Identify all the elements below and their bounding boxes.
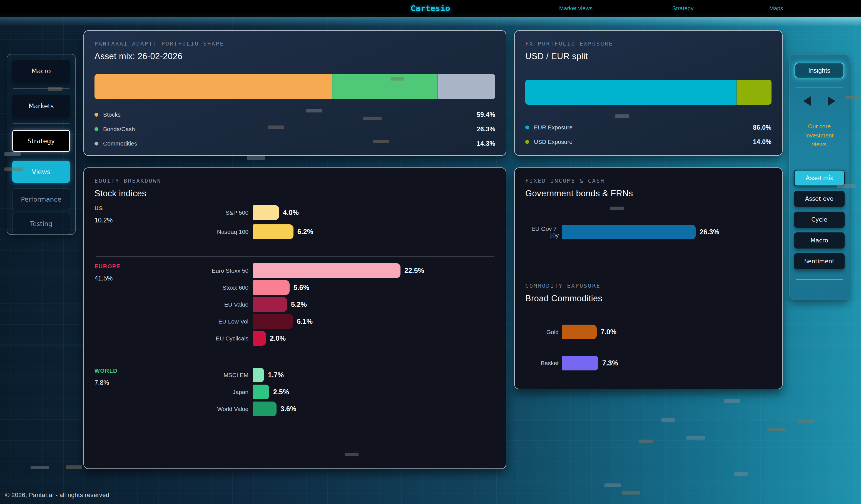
left-sidebar: MacroMarketsStrategyViewsPerformanceTest… <box>7 54 76 235</box>
insights-button[interactable]: Insights <box>795 63 844 78</box>
app-logo[interactable]: Cartesio <box>411 4 451 13</box>
equity-row-world-value: World Value3.6% <box>178 402 495 416</box>
view-button-macro[interactable]: Macro <box>794 233 845 249</box>
bar-value: 5.2% <box>291 300 307 308</box>
panel-title: Stock indices <box>95 188 495 198</box>
panel-header: PANTARAI ADAPT: PORTFOLIO SHAPE <box>95 40 495 47</box>
section-label: US <box>95 205 178 212</box>
legend-row: USD Exposure14.0% <box>525 135 771 149</box>
view-buttons: Asset mixAsset evoCycleMacroSentiment <box>794 170 845 269</box>
section-summary: WORLD7.8% <box>95 368 178 419</box>
bar-value: 3.6% <box>281 405 296 413</box>
core-views-caption: Our core investment views <box>798 122 840 149</box>
legend-label: USD Exposure <box>534 139 573 145</box>
panel-header: FX PORTFOLIO EXPOSURE <box>525 40 771 47</box>
equity-row-eu-low-vol: EU Low Vol6.1% <box>178 314 495 329</box>
legend-label: Commodities <box>103 140 137 147</box>
bar-value: 2.5% <box>273 388 289 396</box>
bar-label: MSCI EM <box>178 372 253 378</box>
sidebar-item-views[interactable]: Views <box>12 161 70 183</box>
view-button-asset-mix[interactable]: Asset mix <box>794 170 845 186</box>
bar-label: Gold <box>525 329 562 335</box>
bar-japan <box>253 384 269 399</box>
next-arrow-button[interactable] <box>828 96 835 106</box>
equity-row-eu-value: EU Value5.2% <box>178 297 495 312</box>
bar-value: 1.7% <box>268 371 284 379</box>
legend-row: Commodities14.3% <box>95 136 495 151</box>
legend-value: 14.0% <box>753 138 771 146</box>
fx-split-stacked-bar <box>525 80 771 105</box>
section-divider <box>96 361 494 361</box>
section-rows: MSCI EM1.7%Japan2.5%World Value3.6% <box>178 368 495 419</box>
bar-stoxx-600 <box>253 280 290 295</box>
carousel-arrows <box>794 96 845 106</box>
section-rows: Euro Stoxx 5022.5%Stoxx 6005.6%EU Value5… <box>178 263 495 348</box>
bar-value: 6.2% <box>297 228 313 236</box>
bar-label: EU Gov 7-10y <box>525 225 562 239</box>
legend-row: EUR Exposure86.0% <box>525 120 771 135</box>
legend-dot-commodities <box>95 142 98 145</box>
view-button-asset-evo[interactable]: Asset evo <box>794 191 845 207</box>
bar-label: EU Cyclicals <box>178 335 253 342</box>
panel-title: USD / EUR split <box>525 51 771 61</box>
nav-link-strategy[interactable]: Strategy <box>672 5 694 12</box>
asset-mix-legend: Stocks59.4%Bonds/Cash26.3%Commodities14.… <box>95 108 495 151</box>
bar-value: 26.3% <box>699 228 719 236</box>
sidebar-item-performance[interactable]: Performance <box>12 188 70 210</box>
fx-legend: EUR Exposure86.0%USD Exposure14.0% <box>525 120 771 149</box>
divider <box>796 161 843 161</box>
panel-header: FIXED INCOME & CASH <box>525 178 771 184</box>
panel-equity-breakdown: EQUITY BREAKDOWN Stock indices US10.2%S&… <box>83 167 506 469</box>
equity-row-msci-em: MSCI EM1.7% <box>178 368 495 382</box>
segment-commodities <box>437 74 495 99</box>
bar-label: Stoxx 600 <box>178 284 253 291</box>
panel-header: COMMODITY EXPOSURE <box>525 282 771 289</box>
equity-row-s-p-500: S&P 5004.0% <box>178 205 495 220</box>
nav-link-market-views[interactable]: Market views <box>559 5 592 12</box>
legend-label: EUR Exposure <box>534 124 573 131</box>
legend-dot-bonds-cash <box>95 127 98 131</box>
section-rows: S&P 5004.0%Nasdaq 1006.2% <box>178 205 495 243</box>
nav-glow-band <box>0 17 861 27</box>
view-button-sentiment[interactable]: Sentiment <box>794 253 845 269</box>
bar-label: S&P 500 <box>178 209 253 216</box>
sidebar-item-markets[interactable]: Markets <box>12 95 70 117</box>
prev-arrow-button[interactable] <box>803 96 811 106</box>
nav-link-maps[interactable]: Maps <box>769 5 783 12</box>
bar-eu-gov-7-10y <box>562 225 696 239</box>
section-summary: US10.2% <box>95 205 178 243</box>
fixed-income-rows: EU Gov 7-10y26.3% <box>525 225 771 239</box>
deco-dash <box>661 418 675 422</box>
legend-label: Stocks <box>103 111 121 118</box>
sidebar-divider <box>13 123 69 124</box>
legend-value: 59.4% <box>477 111 495 118</box>
panel-divider <box>527 271 770 271</box>
view-button-cycle[interactable]: Cycle <box>794 212 845 228</box>
bar-msci-em <box>253 368 264 382</box>
row-gold: Gold7.0% <box>525 325 771 339</box>
legend-row: Stocks59.4% <box>95 108 495 122</box>
section-total: 10.2% <box>95 216 178 224</box>
segment-bonds-cash <box>332 74 437 99</box>
bar-value: 2.0% <box>270 334 286 342</box>
bar-value: 7.3% <box>602 359 618 367</box>
legend-dot-eur-exposure <box>525 126 529 129</box>
panel-title: Asset mix: 26-02-2026 <box>95 51 495 61</box>
bar-value: 7.0% <box>601 328 616 336</box>
equity-section-world: WORLD7.8%MSCI EM1.7%Japan2.5%World Value… <box>95 368 495 419</box>
divider <box>796 87 843 87</box>
asset-mix-stacked-bar <box>95 74 495 99</box>
deco-dash <box>639 439 653 443</box>
section-label: EUROPE <box>95 263 178 270</box>
sidebar-item-strategy[interactable]: Strategy <box>12 130 70 152</box>
bar-value: 6.1% <box>297 318 313 325</box>
equity-section-us: US10.2%S&P 5004.0%Nasdaq 1006.2% <box>95 205 495 243</box>
row-basket: Basket7.3% <box>525 356 771 370</box>
divider <box>796 279 843 280</box>
sidebar-item-macro[interactable]: Macro <box>12 60 70 82</box>
panel-fx-exposure: FX PORTFOLIO EXPOSURE USD / EUR split EU… <box>514 30 783 156</box>
equity-row-eu-cyclicals: EU Cyclicals2.0% <box>178 331 495 346</box>
bar-label: Euro Stoxx 50 <box>178 267 253 274</box>
deco-dash <box>622 491 640 494</box>
sidebar-item-testing[interactable]: Testing <box>12 213 70 235</box>
